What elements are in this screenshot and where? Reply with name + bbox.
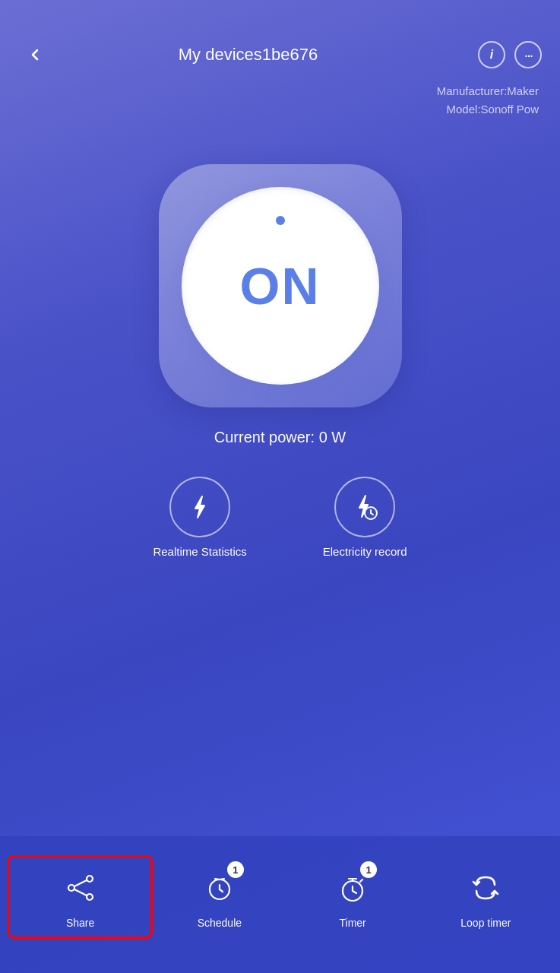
share-label: Share [66,917,94,929]
lightning-clock-icon [350,492,380,522]
svg-line-8 [74,880,87,886]
loop-timer-button[interactable]: Loop timer [419,865,552,929]
power-state-text: ON [240,256,321,315]
more-button[interactable]: ··· [514,41,542,68]
share-icon-wrap [58,865,103,911]
svg-line-14 [220,879,224,880]
share-button[interactable]: Share [8,855,153,939]
svg-point-7 [68,885,74,891]
header-actions: i ··· [478,41,542,68]
realtime-stats-label: Realtime Statistics [153,545,246,558]
header: My devices1be676 i ··· [0,0,560,79]
loop-timer-icon-wrap [463,865,508,911]
schedule-badge: 1 [227,861,244,878]
device-info: Manufacturer:Maker Model:Sonoff Pow [0,79,560,119]
timer-label: Timer [339,917,365,929]
power-section: ON Current power: 0 W [0,164,560,446]
loop-timer-label: Loop timer [460,917,511,929]
manufacturer-label: Manufacturer:Maker [21,82,539,100]
power-button[interactable]: ON [182,187,379,385]
loop-timer-icon [469,871,502,905]
lightning-icon [185,492,215,522]
power-indicator-dot [276,216,285,225]
share-icon [64,871,97,905]
realtime-stats-icon-circle [169,477,230,537]
page-title: My devices1be676 [18,45,478,65]
electricity-record-icon-circle [334,477,395,537]
schedule-button[interactable]: 1 Schedule [153,865,286,929]
timer-badge: 1 [360,861,377,878]
schedule-label: Schedule [198,917,242,929]
svg-point-6 [87,894,93,900]
svg-line-9 [74,889,87,895]
svg-marker-0 [195,496,204,518]
electricity-record-label: Electricity record [323,545,407,558]
current-power-label: Current power: 0 W [214,429,346,446]
info-button[interactable]: i [478,41,505,68]
svg-point-5 [87,876,93,882]
power-button-outer: ON [159,164,402,407]
timer-icon-wrap: 1 [330,865,375,911]
svg-line-12 [220,889,223,892]
electricity-record-button[interactable]: Electricity record [323,477,407,558]
svg-line-17 [353,891,356,893]
svg-line-20 [360,880,362,882]
timer-button[interactable]: 1 Timer [286,865,419,929]
bottom-bar: Share 1 Schedule 1 [0,836,560,973]
stats-row: Realtime Statistics Electricity record [0,477,560,558]
model-label: Model:Sonoff Pow [21,100,539,119]
realtime-stats-button[interactable]: Realtime Statistics [153,477,246,558]
schedule-icon-wrap: 1 [197,865,242,911]
